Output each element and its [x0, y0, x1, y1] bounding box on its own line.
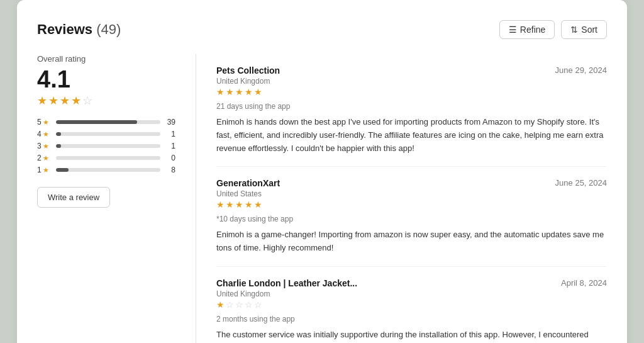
r3-star-5: ☆ — [254, 300, 262, 310]
r2-star-3: ★ — [235, 200, 243, 210]
overall-label: Overall rating — [37, 54, 175, 64]
refine-button[interactable]: ☰ Refine — [499, 20, 555, 39]
reviewer-name: Pets Collection — [216, 65, 280, 76]
sort-label: Sort — [581, 25, 597, 35]
refine-label: Refine — [520, 25, 545, 35]
reviewer-duration: 2 months using the app — [216, 315, 607, 323]
review-meta-row: GenerationXart June 25, 2024 — [216, 178, 607, 188]
bar-count-2: 0 — [164, 154, 175, 162]
r3-star-3: ☆ — [235, 300, 243, 310]
review-date: June 29, 2024 — [555, 65, 607, 75]
reviews-card: Reviews (49) ☰ Refine ⇅ Sort Overall rat… — [17, 0, 627, 343]
bar-track-3 — [56, 144, 160, 148]
review-item: GenerationXart June 25, 2024 United Stat… — [216, 167, 607, 267]
reviewer-name: Charlie London | Leather Jacket... — [216, 278, 357, 288]
review-meta-row: Charlie London | Leather Jacket... April… — [216, 278, 607, 288]
reviewer-country: United States — [216, 189, 607, 198]
bar-label-1: 1★ — [37, 166, 52, 174]
sort-button[interactable]: ⇅ Sort — [561, 20, 607, 39]
bar-label-4: 4★ — [37, 130, 52, 138]
star-3: ★ — [60, 94, 70, 108]
reviewer-duration: 21 days using the app — [216, 102, 607, 111]
overall-stars: ★ ★ ★ ★ ☆ — [37, 94, 175, 108]
bar-track-2 — [56, 156, 160, 160]
review-stars-row: ★ ★ ★ ★ ★ — [216, 87, 607, 97]
bar-row-4: 4★ 1 — [37, 130, 175, 138]
star-1: ★ — [37, 94, 47, 108]
review-item: Pets Collection June 29, 2024 United Kin… — [216, 54, 607, 167]
big-rating: 4.1 — [37, 67, 175, 91]
left-panel: Overall rating 4.1 ★ ★ ★ ★ ☆ 5★ 39 — [37, 54, 175, 343]
review-stars-row: ★ ★ ★ ★ ★ — [216, 200, 607, 210]
r3-star-1: ★ — [216, 300, 225, 310]
reviewer-name: GenerationXart — [216, 178, 280, 188]
r2-star-2: ★ — [226, 200, 234, 210]
review-count: (49) — [96, 21, 121, 37]
r2-star-1: ★ — [216, 200, 225, 210]
header-row: Reviews (49) ☰ Refine ⇅ Sort — [37, 20, 607, 39]
header-actions: ☰ Refine ⇅ Sort — [499, 20, 607, 39]
bar-label-5: 5★ — [37, 118, 52, 127]
r1-star-1: ★ — [216, 87, 225, 97]
r1-star-4: ★ — [245, 87, 253, 97]
reviewer-country: United Kingdom — [216, 290, 607, 298]
review-item: Charlie London | Leather Jacket... April… — [216, 267, 607, 343]
bar-row-3: 3★ 1 — [37, 142, 175, 150]
bar-count-4: 1 — [164, 130, 175, 138]
header-title-group: Reviews (49) — [37, 21, 121, 38]
review-date: June 25, 2024 — [555, 178, 607, 188]
main-layout: Overall rating 4.1 ★ ★ ★ ★ ☆ 5★ 39 — [37, 54, 607, 343]
r1-star-2: ★ — [226, 87, 234, 97]
bar-track-5 — [56, 120, 160, 124]
review-text: The customer service was initially suppo… — [216, 329, 607, 343]
star-2: ★ — [48, 94, 58, 108]
bar-track-1 — [56, 168, 160, 172]
bar-label-3: 3★ — [37, 142, 52, 150]
r3-star-2: ☆ — [226, 300, 234, 310]
bar-fill-1 — [56, 168, 69, 172]
sort-icon: ⇅ — [570, 25, 578, 35]
review-stars-row: ★ ☆ ☆ ☆ ☆ — [216, 300, 607, 310]
reviewer-duration: *10 days using the app — [216, 215, 607, 223]
review-stars: ★ ☆ ☆ ☆ ☆ — [216, 300, 262, 310]
bar-fill-3 — [56, 144, 61, 148]
filter-icon: ☰ — [509, 25, 517, 35]
write-review-button[interactable]: Write a review — [37, 187, 110, 208]
review-stars: ★ ★ ★ ★ ★ — [216, 200, 262, 210]
review-meta-row: Pets Collection June 29, 2024 — [216, 65, 607, 76]
r2-star-4: ★ — [245, 200, 253, 210]
bar-track-4 — [56, 132, 160, 136]
bar-count-3: 1 — [164, 142, 175, 150]
title-text: Reviews — [37, 21, 92, 37]
bar-row-5: 5★ 39 — [37, 118, 175, 127]
review-stars: ★ ★ ★ ★ ★ — [216, 87, 262, 97]
bar-count-1: 8 — [164, 166, 175, 174]
bar-row-2: 2★ 0 — [37, 154, 175, 162]
r2-star-5: ★ — [254, 200, 262, 210]
review-text: Enimoh is hands down the best app I've u… — [216, 116, 607, 155]
review-text: Enimoh is a game-changer! Importing from… — [216, 228, 607, 255]
bar-count-5: 39 — [164, 118, 175, 127]
rating-bars: 5★ 39 4★ 1 3★ — [37, 118, 175, 174]
r1-star-3: ★ — [235, 87, 243, 97]
star-4: ★ — [71, 94, 81, 108]
star-5: ☆ — [82, 94, 92, 108]
panel-divider — [196, 54, 196, 343]
bar-label-2: 2★ — [37, 154, 52, 162]
bar-row-1: 1★ 8 — [37, 166, 175, 174]
review-date: April 8, 2024 — [561, 278, 607, 288]
right-panel: Pets Collection June 29, 2024 United Kin… — [216, 54, 607, 343]
page-title: Reviews (49) — [37, 21, 121, 37]
r1-star-5: ★ — [254, 87, 262, 97]
reviewer-country: United Kingdom — [216, 77, 607, 86]
r3-star-4: ☆ — [245, 300, 253, 310]
bar-fill-4 — [56, 132, 61, 136]
bar-fill-5 — [56, 120, 137, 124]
